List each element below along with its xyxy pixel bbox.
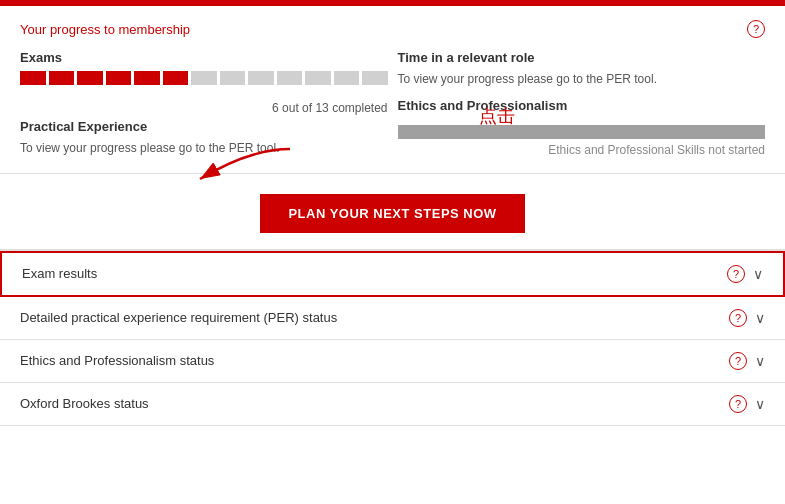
accordion-right-1: ?∨ <box>729 309 765 327</box>
bar-segment-12 <box>362 71 388 85</box>
accordion-help-icon-3[interactable]: ? <box>729 395 747 413</box>
bar-segment-1 <box>49 71 75 85</box>
accordion-right-0: ?∨ <box>727 265 763 283</box>
accordion-right-2: ?∨ <box>729 352 765 370</box>
accordion-help-icon-2[interactable]: ? <box>729 352 747 370</box>
cta-button[interactable]: PLAN YOUR NEXT STEPS NOW <box>260 194 524 233</box>
cta-section: PLAN YOUR NEXT STEPS NOW 点击 <box>0 174 785 249</box>
accordion-label-1: Detailed practical experience requiremen… <box>20 310 337 325</box>
accordion-help-icon-1[interactable]: ? <box>729 309 747 327</box>
click-annotation-text: 点击 <box>479 104 515 128</box>
accordion-left-3: Oxford Brookes status <box>20 396 149 411</box>
exams-progress-bar <box>20 71 388 101</box>
accordion-left-1: Detailed practical experience requiremen… <box>20 310 337 325</box>
accordion-label-2: Ethics and Professionalism status <box>20 353 214 368</box>
bar-segment-6 <box>191 71 217 85</box>
bar-segment-4 <box>134 71 160 85</box>
ethics-label: Ethics and Professionalism <box>398 98 766 113</box>
ethics-progress-bar <box>398 125 766 139</box>
accordion-left-2: Ethics and Professionalism status <box>20 353 214 368</box>
accordion-help-icon-0[interactable]: ? <box>727 265 745 283</box>
practical-label: Practical Experience <box>20 119 388 134</box>
bar-segment-3 <box>106 71 132 85</box>
progress-title: Your progress to membership <box>20 22 190 37</box>
progress-help-icon[interactable]: ? <box>747 20 765 38</box>
accordion-right-3: ?∨ <box>729 395 765 413</box>
bar-segment-9 <box>277 71 303 85</box>
accordion-item-3[interactable]: Oxford Brookes status?∨ <box>0 383 785 426</box>
bar-segment-0 <box>20 71 46 85</box>
bar-segment-5 <box>163 71 189 85</box>
time-sub-text: To view your progress please go to the P… <box>398 71 766 88</box>
accordion-label-3: Oxford Brookes status <box>20 396 149 411</box>
accordion-left-0: Exam results <box>22 266 97 281</box>
accordion-chevron-1[interactable]: ∨ <box>755 310 765 326</box>
accordion-chevron-3[interactable]: ∨ <box>755 396 765 412</box>
time-label: Time in a relevant role <box>398 50 766 65</box>
accordion-label-0: Exam results <box>22 266 97 281</box>
accordion-item-1[interactable]: Detailed practical experience requiremen… <box>0 297 785 340</box>
accordion-item-2[interactable]: Ethics and Professionalism status?∨ <box>0 340 785 383</box>
bar-segment-10 <box>305 71 331 85</box>
progress-header: Your progress to membership ? <box>20 20 765 38</box>
bar-segment-2 <box>77 71 103 85</box>
accordion-item-0[interactable]: Exam results?∨ <box>0 251 785 297</box>
accordion-chevron-0[interactable]: ∨ <box>753 266 763 282</box>
bar-segment-11 <box>334 71 360 85</box>
exams-progress-text: 6 out of 13 completed <box>20 101 388 115</box>
bar-segment-7 <box>220 71 246 85</box>
accordion-chevron-2[interactable]: ∨ <box>755 353 765 369</box>
bar-segment-8 <box>248 71 274 85</box>
left-col: Exams 6 out of 13 completed Practical Ex… <box>20 50 388 157</box>
progress-section: Your progress to membership ? Exams 6 ou… <box>0 6 785 174</box>
exams-label: Exams <box>20 50 388 65</box>
progress-grid: Exams 6 out of 13 completed Practical Ex… <box>20 50 765 157</box>
annotation-arrow <box>180 144 300 194</box>
accordion-section: Exam results?∨Detailed practical experie… <box>0 249 785 426</box>
right-col: Time in a relevant role To view your pro… <box>398 50 766 157</box>
ethics-not-started-text: Ethics and Professional Skills not start… <box>398 143 766 157</box>
